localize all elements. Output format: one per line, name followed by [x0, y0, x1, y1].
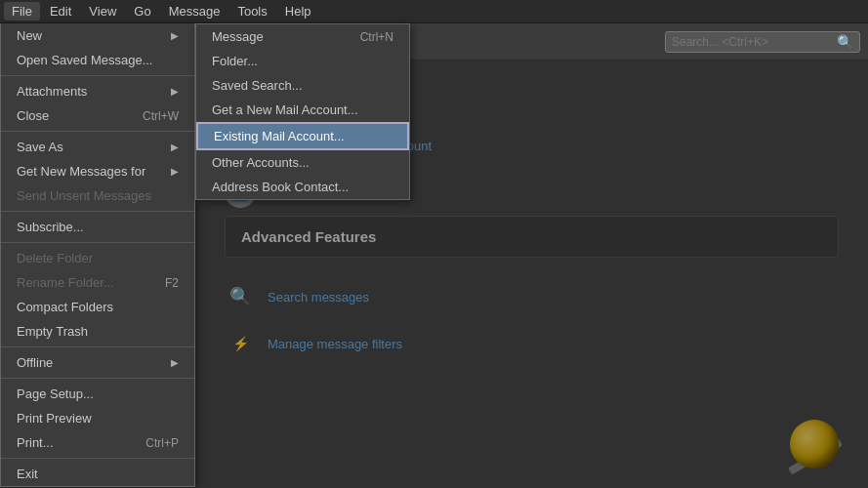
- search-container: 🔍: [665, 31, 860, 53]
- search-input[interactable]: [672, 35, 837, 49]
- menu-attachments[interactable]: Attachments ▶: [1, 79, 194, 103]
- separator-4: [1, 242, 194, 243]
- menu-page-setup[interactable]: Page Setup...: [1, 382, 194, 406]
- menu-open-saved[interactable]: Open Saved Message...: [1, 48, 194, 72]
- menubar: File Edit View Go Message Tools Help: [0, 0, 868, 23]
- file-menu-dropdown: New ▶ Open Saved Message... Attachments …: [0, 23, 195, 487]
- menu-new[interactable]: New ▶: [1, 23, 194, 48]
- go-menu-item[interactable]: Go: [126, 2, 158, 20]
- separator-6: [1, 378, 194, 379]
- menu-print[interactable]: Print... Ctrl+P: [1, 430, 194, 455]
- menu-empty-trash-label: Empty Trash: [17, 324, 88, 339]
- separator-3: [1, 211, 194, 212]
- search-icon[interactable]: 🔍: [837, 34, 853, 50]
- menu-print-preview[interactable]: Print Preview: [1, 406, 194, 430]
- new-arrow-icon: ▶: [171, 30, 179, 41]
- menu-print-label: Print...: [17, 435, 54, 450]
- save-as-arrow-icon: ▶: [171, 142, 179, 152]
- new-saved-search-label: Saved Search...: [212, 78, 303, 93]
- menu-rename-folder: Rename Folder... F2: [1, 270, 194, 295]
- menu-open-saved-label: Open Saved Message...: [17, 53, 152, 67]
- new-folder[interactable]: Folder...: [196, 49, 409, 73]
- menu-send-unsent: Send Unsent Messages: [1, 183, 194, 208]
- separator-7: [1, 458, 194, 459]
- menu-get-new-messages[interactable]: Get New Messages for ▶: [1, 159, 194, 183]
- logo-ball: [790, 420, 839, 468]
- menu-save-as-label: Save As: [17, 140, 63, 154]
- new-mail-account[interactable]: Get a New Mail Account...: [196, 98, 409, 122]
- menu-exit-label: Exit: [17, 467, 38, 481]
- new-saved-search[interactable]: Saved Search...: [196, 73, 409, 98]
- search-messages-label: Search messages: [268, 290, 369, 305]
- menu-close-shortcut: Ctrl+W: [143, 109, 179, 123]
- menu-get-new-label: Get New Messages for: [17, 164, 145, 179]
- print-shortcut: Ctrl+P: [145, 436, 179, 450]
- menu-subscribe[interactable]: Subscribe...: [1, 215, 194, 239]
- menu-subscribe-label: Subscribe...: [17, 220, 84, 234]
- search-messages-action[interactable]: 🔍 Search messages: [225, 273, 839, 320]
- file-menu-item[interactable]: File: [4, 2, 40, 20]
- menu-delete-folder-label: Delete Folder: [17, 251, 93, 265]
- advanced-features-title: Advanced Features: [241, 228, 822, 245]
- search-messages-icon: 🔍: [225, 281, 256, 312]
- new-mail-account-label: Get a New Mail Account...: [212, 102, 358, 117]
- menu-delete-folder: Delete Folder: [1, 246, 194, 270]
- new-submenu: Message Ctrl+N Folder... Saved Search...…: [195, 23, 410, 200]
- separator-2: [1, 131, 194, 132]
- new-existing-mail-account-label: Existing Mail Account...: [214, 129, 345, 143]
- menu-print-preview-label: Print Preview: [17, 411, 92, 426]
- menu-close[interactable]: Close Ctrl+W: [1, 103, 194, 128]
- new-folder-label: Folder...: [212, 54, 258, 68]
- new-message-label: Message: [212, 29, 264, 44]
- new-existing-mail-account[interactable]: Existing Mail Account...: [196, 122, 409, 150]
- get-new-arrow-icon: ▶: [171, 166, 179, 177]
- menu-save-as[interactable]: Save As ▶: [1, 135, 194, 159]
- menu-compact-label: Compact Folders: [17, 300, 113, 314]
- menu-attachments-label: Attachments: [17, 84, 87, 99]
- menu-offline-label: Offline: [17, 355, 53, 370]
- separator-5: [1, 346, 194, 347]
- menu-empty-trash[interactable]: Empty Trash: [1, 319, 194, 344]
- menu-send-unsent-label: Send Unsent Messages: [17, 188, 151, 203]
- new-other-accounts[interactable]: Other Accounts...: [196, 150, 409, 175]
- rename-folder-shortcut: F2: [165, 276, 179, 290]
- view-menu-item[interactable]: View: [81, 2, 124, 20]
- menu-compact-folders[interactable]: Compact Folders: [1, 295, 194, 319]
- manage-filters-label: Manage message filters: [268, 337, 402, 351]
- menu-offline[interactable]: Offline ▶: [1, 350, 194, 375]
- menu-page-setup-label: Page Setup...: [17, 386, 94, 401]
- new-other-accounts-label: Other Accounts...: [212, 155, 310, 170]
- new-address-book-contact-label: Address Book Contact...: [212, 180, 349, 194]
- new-address-book-contact[interactable]: Address Book Contact...: [196, 175, 409, 199]
- tools-menu-item[interactable]: Tools: [229, 2, 274, 20]
- message-menu-item[interactable]: Message: [161, 2, 228, 20]
- advanced-features-section: Advanced Features: [225, 216, 839, 258]
- edit-menu-item[interactable]: Edit: [42, 2, 79, 20]
- manage-filters-action[interactable]: ⚡ Manage message filters: [225, 320, 839, 367]
- filter-icon: ⚡: [225, 328, 256, 359]
- help-menu-item[interactable]: Help: [277, 2, 319, 20]
- separator-1: [1, 75, 194, 76]
- new-message[interactable]: Message Ctrl+N: [196, 24, 409, 49]
- menu-exit[interactable]: Exit: [1, 462, 194, 486]
- new-message-shortcut: Ctrl+N: [360, 30, 393, 44]
- menu-new-label: New: [17, 28, 42, 43]
- offline-arrow-icon: ▶: [171, 357, 179, 368]
- menu-close-label: Close: [17, 108, 49, 123]
- attachments-arrow-icon: ▶: [171, 86, 179, 97]
- menu-rename-folder-label: Rename Folder...: [17, 275, 114, 290]
